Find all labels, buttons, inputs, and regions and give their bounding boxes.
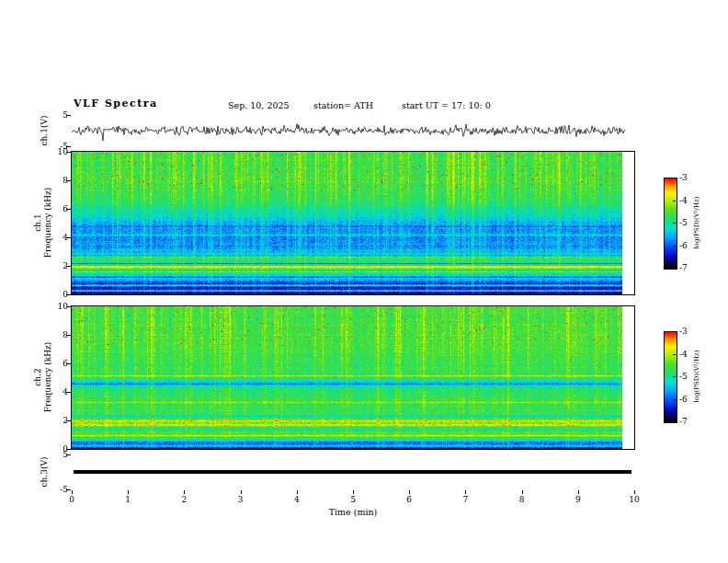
- tick-mark: [673, 246, 676, 247]
- tick-mark: [297, 490, 298, 494]
- ch1-spectrogram: [71, 151, 635, 295]
- tick-label: 5: [46, 450, 68, 459]
- tick-label: -4: [679, 350, 696, 359]
- tick-mark: [353, 490, 354, 494]
- tick-mark: [673, 331, 676, 332]
- header-date: Sep. 10, 2025: [228, 100, 290, 110]
- tick-mark: [673, 223, 676, 224]
- tick-label: 3: [232, 495, 250, 504]
- tick-mark: [673, 268, 676, 269]
- ch2-spec-ylabel-line1: ch.2: [33, 342, 43, 413]
- tick-label: -6: [679, 241, 696, 250]
- tick-label: 8: [46, 330, 68, 339]
- tick-label: 8: [513, 495, 531, 504]
- tick-label: 6: [46, 359, 68, 368]
- tick-mark: [465, 490, 466, 494]
- tick-label: 4: [46, 233, 68, 242]
- tick-mark: [184, 490, 185, 494]
- tick-label: 1: [119, 495, 137, 504]
- ch1-spec-ylabel-line2: Frequency (kHz): [43, 188, 53, 259]
- tick-mark: [66, 335, 71, 336]
- ch2-spec-ylabel-line2: Frequency (kHz): [43, 342, 53, 413]
- tick-label: -5: [679, 218, 696, 227]
- tick-label: 4: [46, 387, 68, 396]
- tick-label: 7: [456, 495, 474, 504]
- tick-mark: [128, 490, 129, 494]
- tick-mark: [673, 376, 676, 377]
- header-station: station= ATH: [313, 100, 373, 110]
- tick-label: 2: [175, 495, 193, 504]
- tick-mark: [673, 178, 676, 178]
- tick-label: 5: [344, 495, 362, 504]
- tick-label: 0: [63, 495, 81, 504]
- tick-label: -7: [679, 263, 696, 272]
- vlf-spectra-figure: VLF Spectra Sep. 10, 2025 station= ATH s…: [0, 0, 728, 563]
- tick-mark: [66, 266, 71, 267]
- tick-label: -5: [46, 142, 68, 151]
- tick-label: 0: [46, 290, 68, 299]
- tick-mark: [66, 294, 71, 295]
- header-start-ut: start UT = 17: 10: 0: [402, 100, 491, 110]
- ch3-wave-ylabel: ch.3(V): [40, 457, 50, 488]
- colorbar-ch1: [664, 178, 677, 270]
- tick-label: 4: [288, 495, 306, 504]
- ch2-spec-ylabel: ch.2 Frequency (kHz): [33, 342, 53, 413]
- tick-mark: [673, 354, 676, 355]
- tick-mark: [673, 399, 676, 400]
- tick-mark: [66, 420, 71, 421]
- ch1-waveform-plot: [72, 114, 634, 147]
- tick-label: 6: [46, 204, 68, 213]
- tick-label: 8: [46, 176, 68, 185]
- tick-label: -5: [679, 372, 696, 381]
- tick-mark: [66, 115, 71, 116]
- tick-mark: [66, 363, 71, 364]
- tick-mark: [522, 490, 523, 494]
- tick-label: 5: [46, 110, 68, 120]
- tick-mark: [66, 152, 71, 153]
- x-axis-label: Time (min): [329, 507, 378, 517]
- ch1-spec-ylabel-line1: ch.1: [33, 188, 43, 259]
- tick-mark: [241, 490, 242, 494]
- tick-mark: [66, 306, 71, 307]
- tick-mark: [66, 209, 71, 210]
- tick-mark: [634, 490, 635, 494]
- tick-label: -3: [679, 327, 696, 336]
- tick-mark: [409, 490, 410, 494]
- tick-mark: [578, 490, 579, 494]
- tick-mark: [66, 237, 71, 238]
- tick-mark: [66, 392, 71, 393]
- tick-label: 10: [625, 495, 643, 504]
- ch3-waveform-line: [74, 470, 631, 474]
- tick-mark: [66, 180, 71, 181]
- tick-label: -7: [679, 417, 696, 426]
- tick-label: -5: [46, 485, 68, 494]
- tick-mark: [673, 201, 676, 201]
- tick-label: -3: [679, 173, 696, 182]
- ch2-spectrogram: [71, 305, 635, 450]
- tick-label: 10: [46, 302, 68, 311]
- ch1-spec-ylabel: ch.1 Frequency (kHz): [33, 188, 53, 259]
- tick-mark: [673, 421, 676, 422]
- tick-label: 6: [400, 495, 418, 504]
- colorbar-ch2: [664, 331, 677, 423]
- tick-label: 2: [46, 416, 68, 425]
- tick-mark: [72, 490, 73, 494]
- tick-label: 9: [569, 495, 587, 504]
- figure-title: VLF Spectra: [74, 98, 158, 109]
- tick-mark: [66, 454, 71, 455]
- tick-mark: [66, 146, 71, 147]
- tick-mark: [66, 489, 71, 490]
- tick-label: 2: [46, 261, 68, 270]
- tick-label: -4: [679, 196, 696, 205]
- tick-label: -6: [679, 395, 696, 404]
